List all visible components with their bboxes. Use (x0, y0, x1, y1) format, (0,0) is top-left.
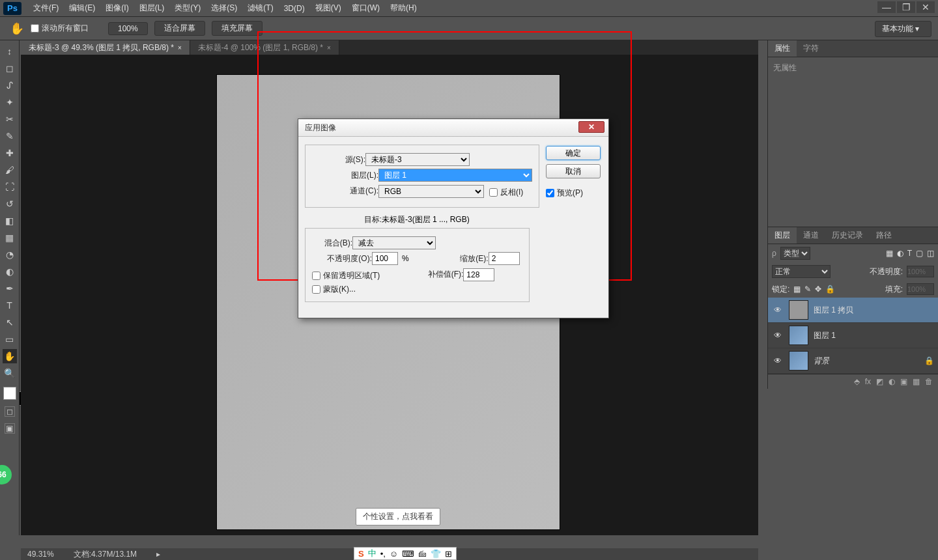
menu-type[interactable]: 类型(Y) (169, 0, 206, 16)
screenmode-icon[interactable]: ▣ (5, 423, 15, 434)
layers-tab[interactable]: 图层 (768, 227, 797, 244)
lock-all-icon[interactable]: 🔒 (825, 285, 835, 294)
close-icon[interactable]: × (178, 44, 182, 51)
fill-screen-button[interactable]: 填充屏幕 (212, 21, 263, 36)
source-label: 源(S): (312, 154, 365, 165)
hand-tool-icon[interactable]: ✋ (3, 349, 17, 363)
path-tool-icon[interactable]: ↖ (3, 315, 17, 329)
quickmask-icon[interactable]: ◻ (5, 406, 15, 417)
wand-tool-icon[interactable]: ✦ (3, 95, 17, 109)
new-layer-icon[interactable]: ▦ (913, 377, 920, 386)
lasso-tool-icon[interactable]: ᔑ (3, 78, 17, 92)
scroll-all-windows-checkbox[interactable]: 滚动所有窗口 (31, 23, 89, 34)
delete-layer-icon[interactable]: 🗑 (925, 377, 933, 386)
window-maximize[interactable]: ❐ (897, 1, 915, 13)
menu-image[interactable]: 图像(I) (100, 0, 134, 16)
link-layers-icon[interactable]: ⬘ (854, 377, 860, 386)
menu-3d[interactable]: 3D(D) (279, 1, 310, 16)
filter-adjust-icon[interactable]: ◐ (897, 249, 903, 258)
filter-pixel-icon[interactable]: ▦ (886, 249, 893, 258)
opacity-input[interactable] (372, 252, 398, 265)
filter-shape-icon[interactable]: ▢ (916, 249, 923, 258)
history-tab[interactable]: 历史记录 (825, 227, 870, 244)
filter-type-icon[interactable]: T (907, 249, 912, 258)
eraser-tool-icon[interactable]: ◧ (3, 214, 17, 228)
window-minimize[interactable]: — (877, 1, 896, 13)
visibility-icon[interactable]: 👁 (772, 356, 784, 365)
zoom-tool-icon[interactable]: 🔍 (3, 366, 17, 380)
blend-select[interactable]: 减去 (352, 236, 436, 249)
brush-tool-icon[interactable]: 🖌 (3, 163, 17, 177)
eyedropper-tool-icon[interactable]: ✎ (3, 129, 17, 143)
preview-checkbox[interactable]: 预览(P) (546, 188, 601, 199)
lock-brush-icon[interactable]: ✎ (804, 285, 811, 294)
ime-toolbar[interactable]: S 中 •,☺⌨🖮👕⊞ (354, 547, 457, 560)
channels-tab[interactable]: 通道 (797, 227, 825, 244)
filter-smart-icon[interactable]: ◫ (927, 249, 934, 258)
menu-view[interactable]: 视图(V) (310, 0, 347, 16)
layer-item[interactable]: 👁 图层 1 (768, 323, 938, 348)
zoom-100-button[interactable]: 100% (108, 22, 148, 35)
menu-select[interactable]: 选择(S) (206, 0, 242, 16)
history-brush-tool-icon[interactable]: ↺ (3, 197, 17, 211)
zoom-level[interactable]: 49.31% (27, 550, 54, 559)
layer-select[interactable]: 图层 1 (378, 169, 532, 182)
ok-button[interactable]: 确定 (546, 146, 601, 160)
menu-filter[interactable]: 滤镜(T) (242, 0, 278, 16)
move-tool-icon[interactable]: ↕ (3, 44, 17, 59)
layer-filter-select[interactable]: 类型 (780, 247, 810, 260)
layer-thumbnail (789, 351, 808, 371)
gradient-tool-icon[interactable]: ▦ (3, 231, 17, 245)
crop-tool-icon[interactable]: ✂ (3, 112, 17, 126)
menu-file[interactable]: 文件(F) (28, 0, 64, 16)
mask-checkbox[interactable]: 蒙版(K)... (312, 284, 522, 295)
window-close[interactable]: ✕ (917, 1, 935, 13)
layer-fx-icon[interactable]: fx (865, 377, 871, 386)
document-size[interactable]: 文档:4.37M/13.1M (74, 549, 137, 560)
layer-item[interactable]: 👁 背景 🔒 (768, 348, 938, 374)
menu-layer[interactable]: 图层(L) (134, 0, 170, 16)
adjustment-icon[interactable]: ◐ (888, 377, 895, 386)
visibility-icon[interactable]: 👁 (772, 331, 784, 340)
mask-icon[interactable]: ◩ (876, 377, 883, 386)
channel-select[interactable]: RGB (378, 185, 484, 198)
menu-edit[interactable]: 编辑(E) (64, 0, 100, 16)
layer-fill-input[interactable] (907, 283, 934, 295)
sogou-icon[interactable]: S (358, 549, 364, 559)
layer-item[interactable]: 👁 图层 1 拷贝 (768, 298, 938, 323)
dialog-close-button[interactable]: ✕ (578, 121, 604, 133)
type-tool-icon[interactable]: T (3, 298, 17, 313)
stamp-tool-icon[interactable]: ⛶ (3, 180, 17, 194)
lock-transparent-icon[interactable]: ▦ (793, 285, 801, 294)
blend-mode-select[interactable]: 正常 (772, 265, 831, 278)
paths-tab[interactable]: 路径 (870, 227, 898, 244)
layer-opacity-input[interactable] (907, 266, 934, 277)
menu-help[interactable]: 帮助(H) (385, 0, 422, 16)
workspace-switcher[interactable]: 基本功能 ▾ (875, 21, 931, 37)
visibility-icon[interactable]: 👁 (772, 305, 784, 315)
pen-tool-icon[interactable]: ✒ (3, 281, 17, 296)
healing-tool-icon[interactable]: ✚ (3, 146, 17, 160)
dialog-titlebar[interactable]: 应用图像 ✕ (298, 119, 608, 137)
fit-screen-button[interactable]: 适合屏幕 (154, 21, 205, 36)
character-tab[interactable]: 字符 (797, 40, 825, 57)
ime-tooltip[interactable]: 个性设置，点我看看 (356, 508, 440, 525)
document-tab-1[interactable]: 未标题-3 @ 49.3% (图层 1 拷贝, RGB/8) *× (21, 40, 190, 55)
app-logo: Ps (3, 2, 21, 15)
group-icon[interactable]: ▣ (900, 377, 907, 386)
menu-window[interactable]: 窗口(W) (347, 0, 385, 16)
lock-position-icon[interactable]: ✥ (815, 285, 821, 294)
cancel-button[interactable]: 取消 (546, 164, 601, 178)
scale-input[interactable] (489, 252, 520, 265)
ime-lang[interactable]: 中 (368, 548, 377, 559)
source-select[interactable]: 未标题-3 (365, 153, 470, 166)
invert-checkbox[interactable]: 反相(I) (489, 187, 523, 198)
color-swatch[interactable] (3, 387, 16, 400)
marquee-tool-icon[interactable]: ◻ (3, 61, 17, 76)
offset-input[interactable] (463, 268, 494, 281)
dodge-tool-icon[interactable]: ◐ (3, 264, 17, 279)
preserve-transparency-checkbox[interactable]: 保留透明区域(T) (312, 270, 380, 281)
blur-tool-icon[interactable]: ◔ (3, 247, 17, 262)
shape-tool-icon[interactable]: ▭ (3, 332, 17, 346)
properties-tab[interactable]: 属性 (768, 40, 797, 57)
